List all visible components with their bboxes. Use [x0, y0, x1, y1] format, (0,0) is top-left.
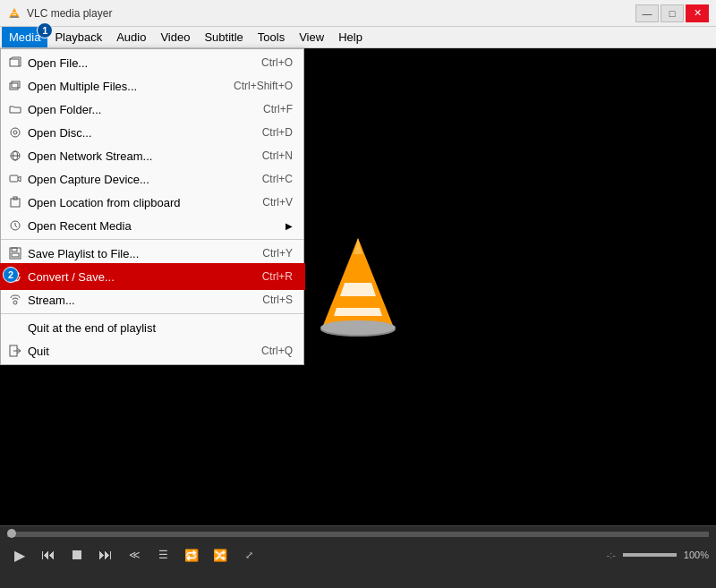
svg-point-8: [13, 131, 17, 134]
titlebar: VLC media player — □ ✕: [0, 0, 716, 27]
svg-rect-17: [12, 248, 17, 251]
menu-audio[interactable]: Audio: [109, 27, 153, 47]
stream-icon: [8, 293, 22, 307]
svg-rect-5: [10, 83, 18, 89]
open-file-icon: [8, 55, 22, 70]
open-network-item[interactable]: Open Network Stream... Ctrl+N: [1, 144, 303, 167]
vlc-app-icon: [7, 6, 21, 21]
save-playlist-item[interactable]: Save Playlist to File... Ctrl+Y: [1, 242, 303, 265]
svg-point-7: [11, 128, 20, 137]
stream-item[interactable]: Stream... Ctrl+S: [1, 288, 303, 311]
svg-rect-12: [10, 175, 18, 182]
time-current: -:-: [606, 550, 615, 560]
quit-end-icon: [8, 320, 22, 335]
close-button[interactable]: ✕: [686, 4, 709, 22]
play-button[interactable]: ▶: [7, 542, 32, 567]
quit-item[interactable]: Quit Ctrl+Q: [1, 339, 303, 362]
svg-point-19: [13, 301, 17, 304]
menu-video[interactable]: Video: [153, 27, 197, 47]
quit-icon: [8, 344, 22, 358]
volume-label: 100%: [684, 550, 709, 560]
menubar: Media 1 Playback Audio Video Subtitle To…: [0, 27, 716, 48]
svg-point-29: [320, 320, 396, 335]
svg-marker-26: [334, 308, 382, 316]
prev-button[interactable]: ⏮: [36, 542, 61, 567]
progress-thumb[interactable]: [7, 529, 16, 538]
svg-rect-1: [11, 16, 18, 18]
vlc-cone: [304, 229, 412, 345]
convert-save-item[interactable]: 2 Convert / Save... Ctrl+R: [1, 265, 303, 288]
minimize-button[interactable]: —: [635, 4, 659, 22]
open-location-clipboard-item[interactable]: Open Location from clipboard Ctrl+V: [1, 191, 303, 214]
svg-rect-6: [12, 81, 20, 88]
slower-button[interactable]: ≪: [122, 542, 147, 567]
open-file-item[interactable]: Open File... Ctrl+O: [1, 51, 303, 74]
open-recent-media-item[interactable]: Open Recent Media ▶: [1, 214, 303, 237]
open-folder-item[interactable]: Open Folder... Ctrl+F: [1, 98, 303, 121]
titlebar-controls: — □ ✕: [635, 4, 709, 22]
open-multiple-files-icon: [8, 79, 22, 93]
quit-end-playlist-item[interactable]: Quit at the end of playlist: [1, 316, 303, 339]
titlebar-title: VLC media player: [27, 7, 635, 20]
menu-playback[interactable]: Playback: [47, 27, 109, 47]
open-multiple-files-item[interactable]: Open Multiple Files... Ctrl+Shift+O: [1, 74, 303, 98]
save-playlist-icon: [8, 246, 22, 260]
separator-2: [1, 313, 303, 314]
disc-icon: [8, 125, 22, 140]
recent-icon: [8, 218, 22, 233]
stretch-button[interactable]: ⤢: [236, 542, 261, 567]
network-icon: [8, 149, 22, 163]
folder-icon: [8, 102, 22, 116]
maximize-button[interactable]: □: [661, 4, 684, 22]
menu-tools[interactable]: Tools: [251, 27, 292, 47]
convert-badge: 2: [3, 267, 19, 283]
capture-icon: [8, 172, 22, 186]
playlist-button[interactable]: ☰: [150, 542, 175, 567]
submenu-arrow-icon: ▶: [286, 221, 293, 231]
separator-1: [1, 239, 303, 240]
svg-rect-18: [12, 253, 19, 257]
next-button[interactable]: ⏭: [93, 542, 118, 567]
stop-button[interactable]: ⏹: [64, 542, 90, 567]
volume-fill: [623, 553, 677, 557]
controls-row: ▶ ⏮ ⏹ ⏭ ≪ ☰ 🔁 🔀 ⤢ -:- 100%: [0, 541, 716, 569]
svg-marker-25: [340, 283, 376, 296]
random-button[interactable]: 🔀: [208, 542, 233, 567]
controls-area: ▶ ⏮ ⏹ ⏭ ≪ ☰ 🔁 🔀 ⤢ -:- 100%: [0, 525, 716, 588]
open-disc-item[interactable]: Open Disc... Ctrl+D: [1, 121, 303, 144]
menu-help[interactable]: Help: [331, 27, 370, 47]
menu-subtitle[interactable]: Subtitle: [197, 27, 250, 47]
volume-bar[interactable]: [623, 553, 677, 557]
svg-rect-4: [10, 59, 19, 66]
clipboard-icon: [8, 195, 22, 209]
progress-bar[interactable]: [7, 532, 709, 537]
loop-button[interactable]: 🔁: [179, 542, 204, 567]
menu-view[interactable]: View: [292, 27, 331, 47]
open-capture-item[interactable]: Open Capture Device... Ctrl+C: [1, 167, 303, 191]
menu-media[interactable]: Media 1: [2, 27, 47, 47]
media-dropdown: Open File... Ctrl+O Open Multiple Files.…: [0, 48, 304, 365]
